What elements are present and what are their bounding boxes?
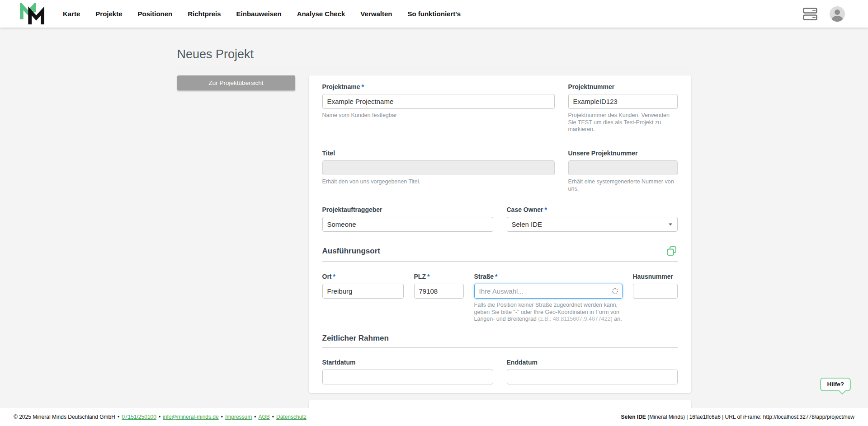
hausnummer-label: Hausnummer bbox=[633, 273, 678, 281]
nav-item-richtpreis[interactable]: Richtpreis bbox=[180, 0, 228, 28]
unsere-projektnummer-helper: Erhält eine systemgenerierte Nummer von … bbox=[568, 178, 678, 192]
copyright-text: © 2025 Mineral Minds Deutschland GmbH bbox=[14, 414, 115, 420]
footer-left: © 2025 Mineral Minds Deutschland GmbH•07… bbox=[14, 414, 307, 420]
field-strasse: Straße* Falls die Position keiner Straße… bbox=[474, 273, 623, 323]
projektauftraggeber-input[interactable] bbox=[322, 217, 493, 232]
case-owner-label: Case Owner* bbox=[507, 206, 678, 214]
enddatum-label: Enddatum bbox=[507, 359, 678, 366]
projektauftraggeber-label: Projektauftraggeber bbox=[322, 206, 493, 214]
titel-helper: Erhält den von uns vorgegebenen Titel. bbox=[322, 178, 555, 186]
nav-item-analyse-check[interactable]: Analyse Check bbox=[289, 0, 353, 28]
nav-item-einbauweisen[interactable]: Einbauweisen bbox=[229, 0, 289, 28]
field-case-owner: Case Owner* bbox=[507, 206, 678, 232]
zur-projektuebersicht-button[interactable]: Zur Projektübersicht bbox=[177, 75, 295, 90]
mineral-minds-logo-icon[interactable] bbox=[19, 3, 45, 25]
copy-address-icon[interactable] bbox=[666, 245, 678, 257]
plz-input[interactable] bbox=[414, 284, 464, 299]
required-asterisk: * bbox=[333, 273, 335, 280]
footer-link-agb[interactable]: AGB bbox=[258, 414, 269, 420]
section-ausfuehrungsort: Ausführungsort bbox=[322, 245, 678, 262]
field-projektname: Projektname* Name vom Kunden festlegbar bbox=[322, 83, 555, 133]
field-plz: PLZ* bbox=[414, 273, 464, 323]
footer-link-datenschutz[interactable]: Datenschutz bbox=[276, 414, 307, 420]
required-asterisk: * bbox=[495, 273, 497, 280]
app-footer: © 2025 Mineral Minds Deutschland GmbH•07… bbox=[0, 408, 868, 426]
footer-link-email[interactable]: info@mineral-minds.de bbox=[163, 414, 219, 420]
nav-item-so-funktionierts[interactable]: So funktioniert's bbox=[400, 0, 468, 28]
ort-input[interactable] bbox=[322, 284, 404, 299]
enddatum-input[interactable] bbox=[507, 370, 678, 384]
projektname-label: Projektname* bbox=[322, 83, 555, 91]
section-ausfuehrungsort-title: Ausführungsort bbox=[322, 247, 380, 256]
hausnummer-input[interactable] bbox=[633, 284, 678, 299]
app-header: Karte Projekte Positionen Richtpreis Ein… bbox=[0, 0, 868, 28]
field-startdatum: Startdatum bbox=[322, 359, 493, 384]
project-form-card: Projektname* Name vom Kunden festlegbar … bbox=[309, 75, 691, 393]
required-asterisk: * bbox=[427, 273, 429, 280]
projektnummer-helper: Projektnummer des Kunden. Verwenden Sie … bbox=[568, 112, 678, 133]
titel-label: Titel bbox=[322, 150, 555, 157]
avatar-body-icon bbox=[832, 16, 843, 22]
nav-item-projekte[interactable]: Projekte bbox=[88, 0, 130, 28]
field-ort: Ort* bbox=[322, 273, 404, 323]
unsere-projektnummer-input bbox=[568, 160, 678, 175]
main-content: Neues Projekt Zur Projektübersicht Proje… bbox=[177, 28, 691, 426]
plz-label: PLZ* bbox=[414, 273, 464, 281]
footer-link-impressum[interactable]: Impressum bbox=[225, 414, 252, 420]
nav-item-karte[interactable]: Karte bbox=[55, 0, 88, 28]
field-unsere-projektnummer: Unsere Projektnummer Erhält eine systemg… bbox=[568, 150, 678, 192]
footer-env-info: (Mineral Minds) | 16fae1ffc6a6 | URL of … bbox=[646, 414, 854, 420]
section-zeitlicher-rahmen-title: Zeitlicher Rahmen bbox=[322, 334, 389, 343]
main-nav: Karte Projekte Positionen Richtpreis Ein… bbox=[55, 0, 468, 28]
user-avatar[interactable] bbox=[830, 6, 845, 22]
nav-item-verwalten[interactable]: Verwalten bbox=[353, 0, 400, 28]
left-column: Zur Projektübersicht bbox=[177, 75, 295, 90]
server-icon[interactable] bbox=[802, 7, 818, 21]
footer-link-phone[interactable]: 07151/250100 bbox=[122, 414, 156, 420]
ort-label: Ort* bbox=[322, 273, 404, 281]
strasse-label: Straße* bbox=[474, 273, 623, 281]
unsere-projektnummer-label: Unsere Projektnummer bbox=[568, 150, 678, 157]
titel-input bbox=[322, 160, 555, 175]
header-actions bbox=[802, 6, 845, 22]
startdatum-input[interactable] bbox=[322, 370, 493, 384]
projektname-input[interactable] bbox=[322, 94, 555, 109]
required-asterisk: * bbox=[544, 206, 547, 213]
field-hausnummer: Hausnummer bbox=[633, 273, 678, 323]
field-projektauftraggeber: Projektauftraggeber bbox=[322, 206, 493, 232]
help-button[interactable]: Hilfe? bbox=[820, 378, 851, 391]
projektnummer-label: Projektnummer bbox=[568, 83, 678, 91]
projektname-helper: Name vom Kunden festlegbar bbox=[322, 112, 555, 119]
field-titel: Titel Erhält den von uns vorgegebenen Ti… bbox=[322, 150, 555, 192]
footer-session-info: Selen IDE (Mineral Minds) | 16fae1ffc6a6… bbox=[621, 414, 855, 420]
nav-item-positionen[interactable]: Positionen bbox=[130, 0, 180, 28]
case-owner-select[interactable] bbox=[507, 217, 678, 232]
right-column: Projektname* Name vom Kunden festlegbar … bbox=[309, 75, 691, 426]
section-zeitlicher-rahmen: Zeitlicher Rahmen bbox=[322, 334, 678, 348]
strasse-helper: Falls die Position keiner Straße zugeord… bbox=[474, 302, 623, 323]
field-projektnummer: Projektnummer Projektnummer des Kunden. … bbox=[568, 83, 678, 133]
loading-spinner-icon bbox=[612, 288, 618, 294]
required-asterisk: * bbox=[362, 83, 364, 90]
startdatum-label: Startdatum bbox=[322, 359, 493, 366]
field-enddatum: Enddatum bbox=[507, 359, 678, 384]
projektnummer-input[interactable] bbox=[568, 94, 678, 109]
avatar-head-icon bbox=[835, 9, 840, 15]
footer-user: Selen IDE bbox=[621, 414, 646, 420]
strasse-input[interactable] bbox=[474, 284, 623, 299]
page-title: Neues Projekt bbox=[177, 47, 691, 69]
